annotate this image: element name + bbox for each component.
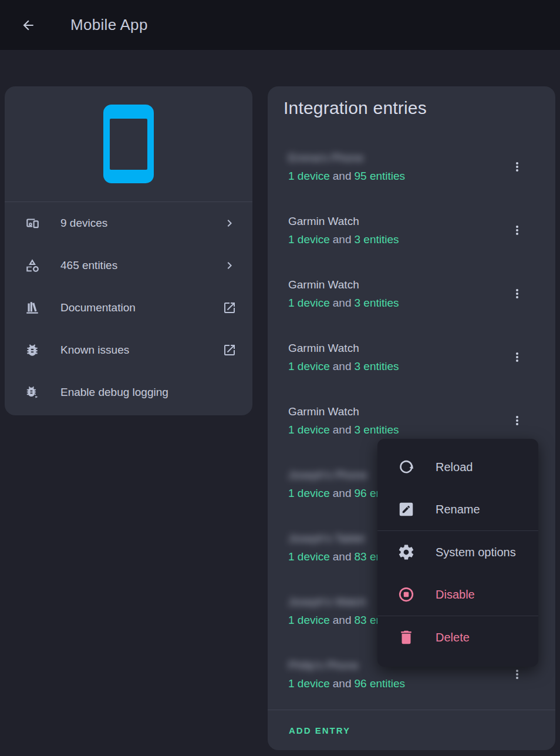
dots-vertical-icon [510, 160, 524, 174]
entry-subtitle: 1 device and 3 entities [288, 423, 399, 437]
entry-entities-link[interactable]: 3 entities [354, 296, 399, 310]
chevron-right-icon [222, 216, 237, 230]
entry-devices-link[interactable]: 1 device [288, 550, 330, 564]
integration-entry-row[interactable]: Garmin Watch 1 device and 3 entities [268, 325, 555, 389]
bug-icon [25, 342, 40, 358]
bug-play-icon [25, 385, 40, 400]
entry-text: Garmin Watch 1 device and 3 entities [288, 214, 399, 247]
menu-item-label: Disable [436, 588, 475, 602]
menu-item-label: Reload [436, 461, 473, 474]
entry-subtitle-connector: and [333, 359, 352, 374]
entry-subtitle: 1 device and 96 entities [288, 677, 405, 691]
entry-name: Garmin Watch [288, 341, 399, 355]
info-row-label: Known issues [60, 344, 129, 357]
entry-subtitle: 1 device and 3 entities [288, 233, 399, 247]
menu-item-system-options[interactable]: System options [377, 531, 538, 573]
entry-subtitle-connector: and [333, 550, 352, 564]
menu-item-rename[interactable]: Rename [377, 488, 538, 530]
menu-item-label: Delete [436, 631, 470, 644]
entry-subtitle-connector: and [333, 613, 352, 627]
entry-context-menu: Reload Rename System options Disable Del… [377, 439, 538, 667]
dots-vertical-icon [510, 287, 524, 301]
info-row-known-issues[interactable]: Known issues [5, 329, 252, 371]
menu-item-disable[interactable]: Disable [377, 573, 538, 616]
entry-devices-link[interactable]: 1 device [288, 486, 330, 500]
pencil-box-icon [397, 500, 415, 518]
info-row-devices[interactable]: 9 devices [5, 202, 252, 244]
integration-info-card: 9 devices 465 entities Documentation Kno… [5, 86, 252, 415]
open-in-new-icon [222, 343, 237, 357]
dots-vertical-icon [510, 350, 524, 364]
entry-devices-link[interactable]: 1 device [288, 359, 330, 374]
open-in-new-icon [222, 301, 237, 315]
entry-subtitle-connector: and [333, 423, 352, 437]
devices-icon [25, 216, 40, 231]
info-row-documentation[interactable]: Documentation [5, 287, 252, 329]
integration-icon-area [5, 86, 252, 201]
chevron-right-icon [222, 258, 237, 273]
stop-circle-icon [397, 586, 415, 603]
menu-item-label: System options [436, 546, 516, 559]
info-row-label: Enable debug logging [60, 386, 168, 399]
info-row-label: 465 entities [60, 259, 117, 272]
app-bar-title: Mobile App [70, 16, 148, 34]
entry-entities-link[interactable]: 3 entities [354, 359, 399, 374]
integration-entry-row[interactable]: Garmin Watch 1 device and 3 entities [268, 199, 555, 262]
info-row-enable-debug-logging[interactable]: Enable debug logging [5, 371, 252, 414]
entry-entities-link[interactable]: 3 entities [354, 423, 399, 437]
info-row-entities[interactable]: 465 entities [5, 244, 252, 287]
entry-name: Emma's Phone [288, 151, 405, 165]
entry-devices-link[interactable]: 1 device [288, 613, 330, 627]
add-entry-button[interactable]: ADD ENTRY [268, 710, 555, 751]
entry-text: Emma's Phone 1 device and 95 entities [288, 151, 405, 183]
menu-item-label: Rename [436, 503, 480, 516]
integration-entry-row[interactable]: Emma's Phone 1 device and 95 entities [268, 135, 555, 199]
menu-item-reload[interactable]: Reload [377, 446, 538, 488]
app-bar: Mobile App [0, 0, 560, 50]
cog-icon [397, 543, 415, 561]
entry-devices-link[interactable]: 1 device [288, 169, 330, 183]
entry-menu-button[interactable] [505, 406, 529, 435]
entry-subtitle: 1 device and 3 entities [288, 296, 399, 310]
entry-subtitle: 1 device and 95 entities [288, 169, 405, 183]
shapes-icon [25, 258, 40, 273]
dots-vertical-icon [510, 223, 524, 237]
entry-subtitle: 1 device and 3 entities [288, 359, 399, 374]
entry-subtitle-connector: and [333, 233, 352, 247]
entry-menu-button[interactable] [505, 343, 529, 371]
bookshelf-icon [25, 300, 40, 315]
info-row-label: 9 devices [60, 217, 107, 230]
entry-subtitle-connector: and [333, 677, 352, 691]
dots-vertical-icon [510, 667, 524, 681]
menu-item-delete[interactable]: Delete [377, 616, 538, 658]
info-row-label: Documentation [60, 301, 136, 314]
entry-subtitle-connector: and [333, 169, 352, 183]
delete-icon [397, 629, 415, 646]
entry-name: Garmin Watch [288, 278, 399, 292]
entry-menu-button[interactable] [505, 280, 529, 308]
entry-text: Garmin Watch 1 device and 3 entities [288, 278, 399, 310]
entries-card-title: Integration entries [268, 86, 555, 122]
entry-devices-link[interactable]: 1 device [288, 296, 330, 310]
entry-text: Garmin Watch 1 device and 3 entities [288, 341, 399, 374]
entry-subtitle-connector: and [333, 296, 352, 310]
entry-name: Garmin Watch [288, 214, 399, 229]
cellphone-icon [103, 105, 154, 183]
entry-name: Garmin Watch [288, 405, 399, 419]
entry-text: Garmin Watch 1 device and 3 entities [288, 405, 399, 437]
arrow-left-icon [21, 18, 36, 33]
entry-subtitle-connector: and [333, 486, 352, 500]
entry-entities-link[interactable]: 3 entities [354, 233, 399, 247]
entry-menu-button[interactable] [505, 153, 529, 181]
entry-devices-link[interactable]: 1 device [288, 677, 330, 691]
entry-entities-link[interactable]: 95 entities [354, 169, 405, 183]
entry-devices-link[interactable]: 1 device [288, 423, 330, 437]
reload-icon [397, 458, 415, 476]
back-button[interactable] [14, 11, 42, 39]
dots-vertical-icon [510, 414, 524, 428]
integration-entry-row[interactable]: Garmin Watch 1 device and 3 entities [268, 262, 555, 325]
entry-devices-link[interactable]: 1 device [288, 233, 330, 247]
entry-entities-link[interactable]: 96 entities [354, 677, 405, 691]
entry-menu-button[interactable] [505, 216, 529, 244]
